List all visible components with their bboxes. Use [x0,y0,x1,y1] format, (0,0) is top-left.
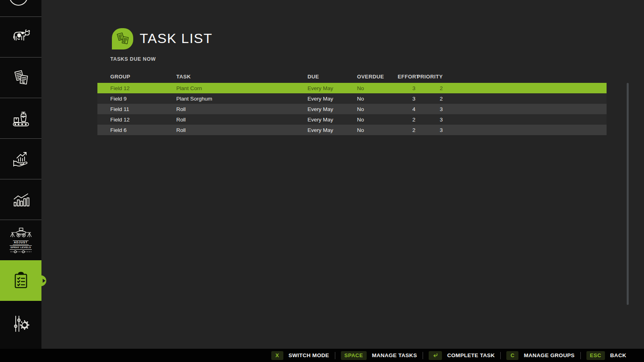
header-effort: EFFORT [398,74,415,80]
cell-due: Every May [308,85,357,91]
shortcut-label: MANAGE GROUPS [524,352,574,358]
bottom-shortcut-bar: X SWITCH MODE SPACE MANAGE TASKS COMPLET… [0,349,644,362]
task-table: GROUP TASK DUE OVERDUE EFFORT PRIORITY F… [97,71,607,135]
key-chip: ESC [586,351,605,360]
documents-icon [115,31,131,47]
cell-group: Field 9 [110,96,176,102]
key-chip: C [506,351,518,360]
table-row[interactable]: Field 9 Plant Sorghum Every May No 3 2 [97,93,607,104]
cell-overdue: No [357,127,398,133]
shortcut[interactable]: COMPLETE TASK [429,351,495,360]
task-list-bubble-icon [112,28,133,49]
selected-item-arrow-icon [43,279,45,283]
sidebar-item-animals[interactable] [0,16,41,57]
bar-chart-icon [10,189,32,210]
cell-group: Field 6 [110,127,176,133]
sidebar-item-overview[interactable] [0,0,41,16]
section-label: TASKS DUE NOW [110,56,156,62]
header-group: GROUP [110,74,176,80]
cell-task: Plant Corn [176,85,308,91]
cell-priority: 2 [415,96,443,102]
shortcut[interactable]: X SWITCH MODE [271,351,329,360]
key-chip: X [271,351,283,360]
cell-priority: 3 [415,117,443,123]
cell-task: Roll [176,127,308,133]
header-due: DUE [308,74,357,80]
cell-group: Field 11 [110,106,176,112]
hand-chart-icon [10,148,32,170]
sidebar-item-production[interactable] [0,98,41,138]
spray-label-line1: ADJUST [13,241,28,245]
sidebar-item-contracts[interactable] [0,57,41,98]
sidebar-item-statistics[interactable] [0,179,41,220]
shortcut[interactable]: SPACE MANAGE TASKS [341,351,417,360]
page-title: TASK LIST [140,31,213,46]
cell-effort: 3 [398,85,415,91]
cell-effort: 2 [398,117,415,123]
shortcut-label: BACK [610,352,626,358]
task-list-screen: ADJUST SPRAY LEVELS [0,0,644,362]
cell-due: Every May [308,127,357,133]
cell-due: Every May [308,117,357,123]
cell-priority: 2 [415,85,443,91]
cell-effort: 4 [398,106,415,112]
header-priority: PRIORITY [415,74,443,80]
enter-icon [432,352,438,358]
production-line-icon [10,107,32,129]
key-chip: SPACE [341,351,367,360]
shortcut[interactable]: ESC BACK [586,351,626,360]
cell-priority: 3 [415,127,443,133]
shortcut-label: SWITCH MODE [289,352,329,358]
sidebar-item-spray-levels[interactable]: ADJUST SPRAY LEVELS [0,220,41,260]
documents-icon [10,67,31,88]
shortcut-divider [580,352,581,359]
table-row[interactable]: Field 12 Roll Every May No 2 3 [97,114,607,125]
cell-overdue: No [357,106,398,112]
cell-overdue: No [357,117,398,123]
task-table-body: Field 12 Plant Corn Every May No 3 2 Fie… [97,83,607,135]
shortcut-divider [335,352,335,359]
sidebar-item-finances[interactable] [0,138,41,179]
table-row[interactable]: Field 6 Roll Every May No 2 3 [97,125,607,135]
cell-due: Every May [308,106,357,112]
cell-group: Field 12 [110,85,176,91]
shortcut-divider [500,352,501,359]
clipboard-checklist-icon [10,270,32,292]
table-header-row: GROUP TASK DUE OVERDUE EFFORT PRIORITY [97,71,607,82]
cell-group: Field 12 [110,117,176,123]
circle-icon [0,0,41,16]
sliders-gear-icon [10,313,32,335]
sidebar-item-settings[interactable] [0,301,41,349]
shortcut[interactable]: C MANAGE GROUPS [506,351,574,360]
shortcut-label: MANAGE TASKS [372,352,417,358]
sidebar: ADJUST SPRAY LEVELS [0,0,41,349]
enter-key-chip [429,351,442,360]
table-row[interactable]: Field 12 Plant Corn Every May No 3 2 [97,83,607,93]
cow-icon [10,27,31,47]
cell-priority: 3 [415,106,443,112]
cell-overdue: No [357,85,398,91]
spray-label-line2: SPRAY LEVELS [10,245,32,250]
table-row[interactable]: Field 11 Roll Every May No 4 3 [97,104,607,114]
cell-task: Roll [176,117,308,123]
sidebar-item-task-list[interactable] [0,260,41,301]
header-task: TASK [176,74,308,80]
shortcut-divider [423,352,423,359]
cell-overdue: No [357,96,398,102]
cell-due: Every May [308,96,357,102]
scrollbar[interactable] [627,83,629,305]
cell-task: Roll [176,106,308,112]
cell-effort: 2 [398,127,415,133]
cell-task: Plant Sorghum [176,96,308,102]
header-overdue: OVERDUE [357,74,398,80]
sprayer-icon: ADJUST SPRAY LEVELS [8,226,33,254]
shortcut-label: COMPLETE TASK [447,352,495,358]
cell-effort: 3 [398,96,415,102]
